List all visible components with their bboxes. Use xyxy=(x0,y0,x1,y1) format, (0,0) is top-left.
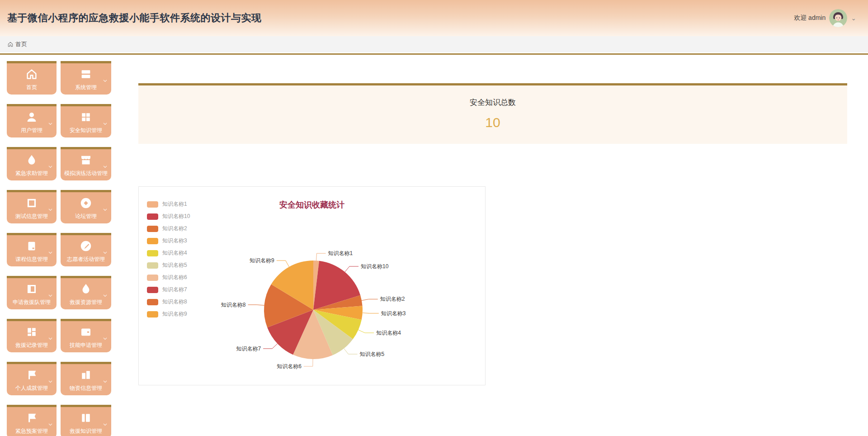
check-circle-icon xyxy=(79,239,93,253)
wallet-icon xyxy=(79,325,93,339)
window-grid-icon xyxy=(79,110,93,124)
sidebar-item-label: 测试信息管理 xyxy=(7,213,57,220)
sidebar: 首页系统管理用户管理安全知识管理紧急求助管理模拟演练活动管理测试信息管理论坛管理… xyxy=(0,55,118,436)
pie-chart: 知识名称1知识名称10知识名称2知识名称3知识名称4知识名称5知识名称6知识名称… xyxy=(139,187,486,386)
sidebar-item-label: 安全知识管理 xyxy=(61,127,111,134)
store-icon xyxy=(79,153,93,167)
sidebar-item-emergency-help-management[interactable]: 紧急求助管理 xyxy=(7,147,57,180)
sidebar-item-material-info-management[interactable]: 物资信息管理 xyxy=(61,362,111,395)
sidebar-item-label: 物资信息管理 xyxy=(61,384,111,392)
columns-icon xyxy=(79,411,93,425)
avatar-image xyxy=(829,9,847,27)
sidebar-item-course-info-management[interactable]: 课程信息管理 xyxy=(7,233,57,266)
chevron-down-icon[interactable]: ⌄ xyxy=(851,15,856,21)
chevron-down-icon xyxy=(47,422,53,427)
pie-label: 知识名称10 xyxy=(361,263,389,270)
sidebar-item-rescue-knowledge-management[interactable]: 救援知识管理 xyxy=(61,405,111,436)
welcome-text: 欢迎 admin xyxy=(794,14,826,22)
drop-icon xyxy=(25,153,38,167)
sidebar-item-label: 模拟演练活动管理 xyxy=(61,170,111,177)
flag-icon xyxy=(25,411,38,425)
page-title: 基于微信小程序的应急救援小能手软件系统的设计与实现 xyxy=(7,11,262,25)
sidebar-item-forum-management[interactable]: 论坛管理 xyxy=(61,190,111,223)
chevron-down-icon xyxy=(102,293,108,299)
sidebar-item-test-info-management[interactable]: 测试信息管理 xyxy=(7,190,57,223)
sidebar-item-label: 救援知识管理 xyxy=(61,427,111,435)
sidebar-item-label: 用户管理 xyxy=(7,127,57,134)
pie-label: 知识名称8 xyxy=(221,302,246,308)
sidebar-item-label: 志愿者活动管理 xyxy=(61,256,111,263)
chevron-down-icon xyxy=(102,250,108,256)
sidebar-item-user-management[interactable]: 用户管理 xyxy=(7,104,57,137)
sidebar-item-rescue-record-management[interactable]: 救援记录管理 xyxy=(7,319,57,352)
sidebar-item-label: 救援资源管理 xyxy=(61,299,111,306)
pie-label: 知识名称1 xyxy=(328,250,353,256)
sidebar-item-label: 紧急预案管理 xyxy=(7,427,57,435)
pie-label: 知识名称7 xyxy=(236,346,261,352)
chevron-down-icon xyxy=(102,207,108,213)
pie-label-line xyxy=(248,305,264,305)
pie-label-line xyxy=(304,359,313,366)
sidebar-item-home[interactable]: 首页 xyxy=(7,61,57,95)
sidebar-item-personal-achievement-management[interactable]: 个人成就管理 xyxy=(7,362,57,395)
stat-value: 10 xyxy=(138,115,847,130)
sidebar-item-volunteer-activity-management[interactable]: 志愿者活动管理 xyxy=(61,233,111,266)
chevron-down-icon xyxy=(102,379,108,384)
pie-label-line xyxy=(345,266,359,272)
square-icon xyxy=(25,196,38,210)
stat-card-safety-knowledge-total: 安全知识总数 10 xyxy=(138,83,847,144)
pie-label-line xyxy=(363,313,379,313)
chevron-down-icon xyxy=(47,207,53,213)
home-icon xyxy=(25,67,38,81)
home-icon xyxy=(7,41,14,47)
chevron-down-icon xyxy=(102,422,108,427)
sidebar-item-drill-activity-management[interactable]: 模拟演练活动管理 xyxy=(61,147,111,180)
sidebar-item-label: 系统管理 xyxy=(61,84,111,91)
stat-label: 安全知识总数 xyxy=(138,97,847,108)
pie-label-line xyxy=(277,261,289,267)
pie-label: 知识名称9 xyxy=(250,257,274,264)
pie-label-line xyxy=(362,299,378,300)
pie-label: 知识名称5 xyxy=(360,351,385,357)
chevron-down-icon xyxy=(102,164,108,170)
sidebar-item-label: 论坛管理 xyxy=(61,213,111,220)
avatar[interactable] xyxy=(829,9,847,27)
user-icon xyxy=(25,110,38,124)
split-grid-icon xyxy=(79,368,93,382)
chevron-down-icon xyxy=(47,293,53,299)
sidebar-item-label: 申请救援队管理 xyxy=(7,299,57,306)
layers-icon xyxy=(79,67,93,81)
chevron-down-icon xyxy=(102,121,108,127)
pie-label-line xyxy=(344,348,358,354)
pie-label-line xyxy=(263,344,278,349)
pie-label-line xyxy=(359,330,374,333)
chart-card-favorite-stats: 安全知识收藏统计 知识名称1知识名称10知识名称2知识名称3知识名称4知识名称5… xyxy=(138,186,486,385)
sidebar-item-safety-knowledge-management[interactable]: 安全知识管理 xyxy=(61,104,111,137)
sidebar-item-label: 课程信息管理 xyxy=(7,256,57,263)
breadcrumb: 首页 xyxy=(0,36,868,52)
chevron-down-icon xyxy=(102,78,108,84)
frame-icon xyxy=(25,282,38,296)
drop-icon xyxy=(79,282,93,296)
chevron-down-icon xyxy=(47,250,53,256)
breadcrumb-home[interactable]: 首页 xyxy=(15,40,27,48)
sidebar-item-emergency-plan-management[interactable]: 紧急预案管理 xyxy=(7,405,57,436)
sidebar-item-apply-rescue-team-management[interactable]: 申请救援队管理 xyxy=(7,276,57,309)
sidebar-item-rescue-resource-management[interactable]: 救援资源管理 xyxy=(61,276,111,309)
chevron-down-icon xyxy=(47,121,53,127)
flag-icon xyxy=(25,368,38,382)
chevron-down-icon xyxy=(102,336,108,341)
sidebar-item-skill-apply-management[interactable]: 技能申请管理 xyxy=(61,319,111,352)
sidebar-item-system-management[interactable]: 系统管理 xyxy=(61,61,111,95)
sidebar-menu-grid: 首页系统管理用户管理安全知识管理紧急求助管理模拟演练活动管理测试信息管理论坛管理… xyxy=(7,61,118,436)
pie-label: 知识名称3 xyxy=(381,310,406,317)
coin-icon xyxy=(79,196,93,210)
sidebar-item-label: 首页 xyxy=(7,84,57,91)
sidebar-item-label: 技能申请管理 xyxy=(61,341,111,349)
pie-label-line xyxy=(316,253,326,261)
sidebar-item-label: 紧急求助管理 xyxy=(7,170,57,177)
sidebar-item-label: 救援记录管理 xyxy=(7,341,57,349)
pie-label: 知识名称4 xyxy=(376,330,401,336)
pie-label: 知识名称2 xyxy=(380,296,405,302)
main: 安全知识总数 10 安全知识收藏统计 知识名称1知识名称10知识名称2知识名称3… xyxy=(118,55,868,436)
